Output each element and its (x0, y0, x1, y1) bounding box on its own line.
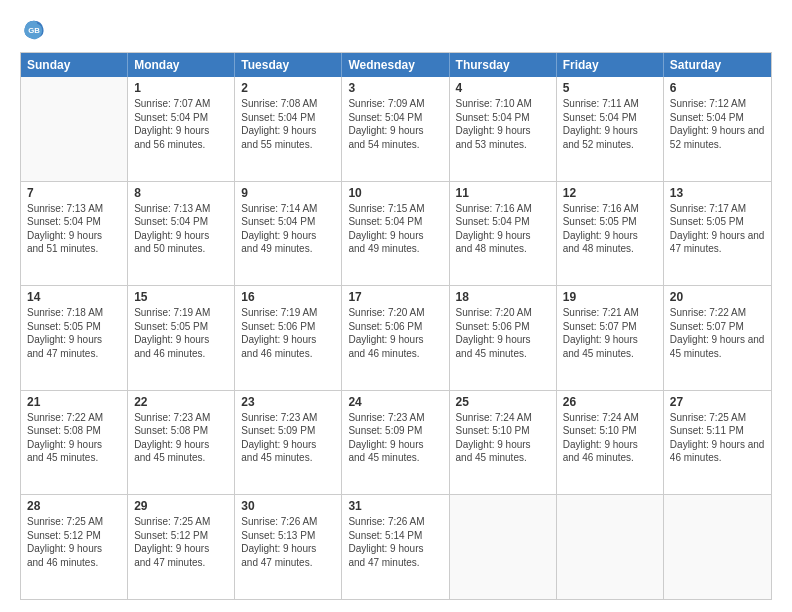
header-wednesday: Wednesday (342, 53, 449, 77)
day-number: 17 (348, 290, 442, 304)
day-info: Sunrise: 7:16 AMSunset: 5:04 PMDaylight:… (456, 202, 550, 256)
day-info: Sunrise: 7:23 AMSunset: 5:09 PMDaylight:… (348, 411, 442, 465)
day-info: Sunrise: 7:10 AMSunset: 5:04 PMDaylight:… (456, 97, 550, 151)
page: GB Sunday Monday Tuesday Wednesday Thurs… (0, 0, 792, 612)
day-cell: 22Sunrise: 7:23 AMSunset: 5:08 PMDayligh… (128, 391, 235, 495)
day-cell: 20Sunrise: 7:22 AMSunset: 5:07 PMDayligh… (664, 286, 771, 390)
day-cell: 13Sunrise: 7:17 AMSunset: 5:05 PMDayligh… (664, 182, 771, 286)
header: GB (20, 16, 772, 44)
day-cell: 16Sunrise: 7:19 AMSunset: 5:06 PMDayligh… (235, 286, 342, 390)
day-info: Sunrise: 7:19 AMSunset: 5:06 PMDaylight:… (241, 306, 335, 360)
day-number: 3 (348, 81, 442, 95)
day-cell: 18Sunrise: 7:20 AMSunset: 5:06 PMDayligh… (450, 286, 557, 390)
day-number: 22 (134, 395, 228, 409)
day-info: Sunrise: 7:15 AMSunset: 5:04 PMDaylight:… (348, 202, 442, 256)
day-number: 8 (134, 186, 228, 200)
day-info: Sunrise: 7:18 AMSunset: 5:05 PMDaylight:… (27, 306, 121, 360)
day-info: Sunrise: 7:09 AMSunset: 5:04 PMDaylight:… (348, 97, 442, 151)
day-info: Sunrise: 7:16 AMSunset: 5:05 PMDaylight:… (563, 202, 657, 256)
day-cell: 29Sunrise: 7:25 AMSunset: 5:12 PMDayligh… (128, 495, 235, 599)
day-info: Sunrise: 7:13 AMSunset: 5:04 PMDaylight:… (134, 202, 228, 256)
day-number: 27 (670, 395, 765, 409)
day-info: Sunrise: 7:22 AMSunset: 5:07 PMDaylight:… (670, 306, 765, 360)
day-info: Sunrise: 7:19 AMSunset: 5:05 PMDaylight:… (134, 306, 228, 360)
day-cell: 12Sunrise: 7:16 AMSunset: 5:05 PMDayligh… (557, 182, 664, 286)
day-number: 29 (134, 499, 228, 513)
day-info: Sunrise: 7:25 AMSunset: 5:12 PMDaylight:… (27, 515, 121, 569)
day-info: Sunrise: 7:25 AMSunset: 5:12 PMDaylight:… (134, 515, 228, 569)
day-cell: 10Sunrise: 7:15 AMSunset: 5:04 PMDayligh… (342, 182, 449, 286)
day-cell: 25Sunrise: 7:24 AMSunset: 5:10 PMDayligh… (450, 391, 557, 495)
day-info: Sunrise: 7:20 AMSunset: 5:06 PMDaylight:… (348, 306, 442, 360)
header-monday: Monday (128, 53, 235, 77)
day-number: 25 (456, 395, 550, 409)
day-cell: 23Sunrise: 7:23 AMSunset: 5:09 PMDayligh… (235, 391, 342, 495)
header-thursday: Thursday (450, 53, 557, 77)
header-saturday: Saturday (664, 53, 771, 77)
day-number: 23 (241, 395, 335, 409)
day-number: 11 (456, 186, 550, 200)
day-number: 16 (241, 290, 335, 304)
calendar-header: Sunday Monday Tuesday Wednesday Thursday… (21, 53, 771, 77)
day-number: 26 (563, 395, 657, 409)
week-row-4: 21Sunrise: 7:22 AMSunset: 5:08 PMDayligh… (21, 390, 771, 495)
day-number: 2 (241, 81, 335, 95)
day-cell (664, 495, 771, 599)
day-cell: 26Sunrise: 7:24 AMSunset: 5:10 PMDayligh… (557, 391, 664, 495)
header-sunday: Sunday (21, 53, 128, 77)
week-row-2: 7Sunrise: 7:13 AMSunset: 5:04 PMDaylight… (21, 181, 771, 286)
day-number: 6 (670, 81, 765, 95)
day-info: Sunrise: 7:08 AMSunset: 5:04 PMDaylight:… (241, 97, 335, 151)
day-info: Sunrise: 7:20 AMSunset: 5:06 PMDaylight:… (456, 306, 550, 360)
day-info: Sunrise: 7:07 AMSunset: 5:04 PMDaylight:… (134, 97, 228, 151)
day-info: Sunrise: 7:13 AMSunset: 5:04 PMDaylight:… (27, 202, 121, 256)
day-info: Sunrise: 7:26 AMSunset: 5:14 PMDaylight:… (348, 515, 442, 569)
day-cell (21, 77, 128, 181)
day-number: 20 (670, 290, 765, 304)
week-row-3: 14Sunrise: 7:18 AMSunset: 5:05 PMDayligh… (21, 285, 771, 390)
day-info: Sunrise: 7:14 AMSunset: 5:04 PMDaylight:… (241, 202, 335, 256)
logo: GB (20, 16, 52, 44)
day-cell: 9Sunrise: 7:14 AMSunset: 5:04 PMDaylight… (235, 182, 342, 286)
day-cell: 8Sunrise: 7:13 AMSunset: 5:04 PMDaylight… (128, 182, 235, 286)
day-number: 31 (348, 499, 442, 513)
calendar: Sunday Monday Tuesday Wednesday Thursday… (20, 52, 772, 600)
day-info: Sunrise: 7:23 AMSunset: 5:08 PMDaylight:… (134, 411, 228, 465)
week-row-1: 1Sunrise: 7:07 AMSunset: 5:04 PMDaylight… (21, 77, 771, 181)
day-number: 4 (456, 81, 550, 95)
week-row-5: 28Sunrise: 7:25 AMSunset: 5:12 PMDayligh… (21, 494, 771, 599)
day-cell (450, 495, 557, 599)
day-cell: 19Sunrise: 7:21 AMSunset: 5:07 PMDayligh… (557, 286, 664, 390)
day-cell: 15Sunrise: 7:19 AMSunset: 5:05 PMDayligh… (128, 286, 235, 390)
day-cell: 21Sunrise: 7:22 AMSunset: 5:08 PMDayligh… (21, 391, 128, 495)
day-cell: 6Sunrise: 7:12 AMSunset: 5:04 PMDaylight… (664, 77, 771, 181)
day-cell: 31Sunrise: 7:26 AMSunset: 5:14 PMDayligh… (342, 495, 449, 599)
logo-icon: GB (20, 16, 48, 44)
day-cell: 17Sunrise: 7:20 AMSunset: 5:06 PMDayligh… (342, 286, 449, 390)
day-cell: 4Sunrise: 7:10 AMSunset: 5:04 PMDaylight… (450, 77, 557, 181)
day-cell: 7Sunrise: 7:13 AMSunset: 5:04 PMDaylight… (21, 182, 128, 286)
day-info: Sunrise: 7:25 AMSunset: 5:11 PMDaylight:… (670, 411, 765, 465)
header-tuesday: Tuesday (235, 53, 342, 77)
day-cell: 11Sunrise: 7:16 AMSunset: 5:04 PMDayligh… (450, 182, 557, 286)
day-number: 21 (27, 395, 121, 409)
day-number: 24 (348, 395, 442, 409)
day-info: Sunrise: 7:21 AMSunset: 5:07 PMDaylight:… (563, 306, 657, 360)
day-info: Sunrise: 7:26 AMSunset: 5:13 PMDaylight:… (241, 515, 335, 569)
day-number: 10 (348, 186, 442, 200)
day-cell: 27Sunrise: 7:25 AMSunset: 5:11 PMDayligh… (664, 391, 771, 495)
day-cell: 14Sunrise: 7:18 AMSunset: 5:05 PMDayligh… (21, 286, 128, 390)
day-cell (557, 495, 664, 599)
day-number: 30 (241, 499, 335, 513)
day-info: Sunrise: 7:24 AMSunset: 5:10 PMDaylight:… (456, 411, 550, 465)
day-info: Sunrise: 7:24 AMSunset: 5:10 PMDaylight:… (563, 411, 657, 465)
day-cell: 5Sunrise: 7:11 AMSunset: 5:04 PMDaylight… (557, 77, 664, 181)
svg-text:GB: GB (28, 26, 40, 35)
day-number: 18 (456, 290, 550, 304)
day-number: 5 (563, 81, 657, 95)
day-cell: 1Sunrise: 7:07 AMSunset: 5:04 PMDaylight… (128, 77, 235, 181)
day-number: 9 (241, 186, 335, 200)
day-info: Sunrise: 7:22 AMSunset: 5:08 PMDaylight:… (27, 411, 121, 465)
day-info: Sunrise: 7:11 AMSunset: 5:04 PMDaylight:… (563, 97, 657, 151)
day-number: 7 (27, 186, 121, 200)
